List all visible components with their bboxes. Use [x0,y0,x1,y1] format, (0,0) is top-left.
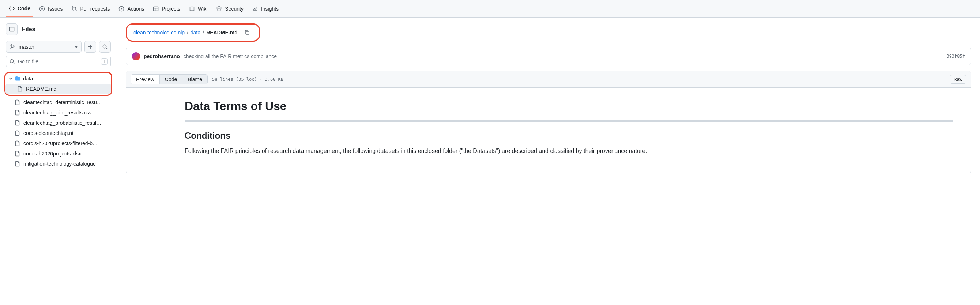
tree-file[interactable]: cleantechtag_probabilistic_resul… [3,118,114,128]
file-sidebar: Files master ▾ Go to file t [0,17,117,305]
tab-label: Issues [48,6,62,12]
breadcrumb-sep: / [203,30,204,35]
svg-rect-8 [10,27,14,32]
branch-select[interactable]: master ▾ [6,41,81,52]
repo-nav: Code Issues Pull requests Actions Projec… [0,0,980,17]
main-content: clean-technologies-nlp / data / README.m… [117,17,980,305]
latest-commit[interactable]: pedrohserrano checking all the FAIR metr… [126,48,971,65]
file-search-input[interactable]: Go to file t [6,56,111,67]
divider [185,120,953,122]
tree-file[interactable]: mitigation-technology-catalogue [3,159,114,169]
code-tab[interactable]: Code [159,75,182,84]
tree-file[interactable]: cordis-cleantechtag.nt [3,128,114,138]
kbd-hint: t [101,58,108,65]
tree-file[interactable]: cordis-h2020projects-filtered-b… [3,138,114,148]
file-label: cordis-h2020projects.xlsx [24,151,81,157]
file-icon [14,130,21,136]
file-icon [17,86,23,92]
svg-point-11 [14,45,15,46]
tab-label: Projects [162,6,180,12]
tab-issues[interactable]: Issues [36,0,65,17]
search-placeholder: Go to file [18,59,38,64]
file-label: cleantechtag_joint_results.csv [24,110,92,116]
svg-point-4 [75,10,77,11]
caret-down-icon: ▾ [75,44,78,50]
svg-rect-6 [154,6,158,11]
commit-sha[interactable]: 393f85f [947,54,965,59]
copy-path-button[interactable] [242,27,252,38]
tab-label: Security [225,6,243,12]
highlight-annotation: data README.md [5,71,112,96]
svg-point-10 [11,48,12,49]
svg-point-7 [219,8,220,9]
breadcrumb-highlight: clean-technologies-nlp / data / README.m… [126,24,260,42]
book-icon [189,6,195,12]
search-icon [102,44,108,50]
tab-label: Code [18,5,30,11]
branch-icon [10,44,16,50]
tab-actions[interactable]: Actions [116,0,147,17]
tree-file[interactable]: README.md [5,84,111,94]
raw-button[interactable]: Raw [950,75,966,84]
svg-point-9 [11,44,12,46]
search-button[interactable] [99,41,111,52]
breadcrumb-repo[interactable]: clean-technologies-nlp [134,30,185,35]
svg-point-12 [103,45,107,48]
chevron-down-icon [8,76,13,81]
file-icon [14,120,21,126]
readme-paragraph: Following the FAIR principles of researc… [185,147,953,156]
file-label: mitigation-technology-catalogue [24,161,96,167]
issue-icon [39,6,45,12]
preview-tab[interactable]: Preview [131,75,159,84]
tab-label: Pull requests [80,6,110,12]
view-toggle: Preview Code Blame [130,74,208,84]
copy-icon [244,30,250,35]
toggle-sidebar-button[interactable] [6,24,18,35]
tab-insights[interactable]: Insights [250,0,282,17]
tab-label: Insights [261,6,278,12]
breadcrumb-sep: / [187,30,188,35]
file-label: README.md [26,86,56,92]
panel-icon [9,26,14,32]
readme-h2: Conditions [185,130,953,141]
tab-pull-requests[interactable]: Pull requests [68,0,113,17]
commit-message[interactable]: checking all the FAIR metrics compliance [184,53,277,59]
file-label: cleantechtag_deterministic_resu… [24,100,102,105]
search-icon [9,59,15,64]
commit-author[interactable]: pedrohserrano [144,53,180,59]
tab-projects[interactable]: Projects [150,0,183,17]
tab-label: Actions [127,6,144,12]
avatar [132,52,140,60]
breadcrumb-file: README.md [206,30,238,35]
file-toolbar: Preview Code Blame 58 lines (35 loc) · 3… [126,71,971,88]
tab-code[interactable]: Code [6,0,33,17]
folder-icon [15,76,21,81]
graph-icon [252,6,258,12]
tab-label: Wiki [198,6,207,12]
svg-point-13 [10,60,14,63]
pr-icon [71,6,77,12]
readme-content: Data Terms of Use Conditions Following t… [126,88,971,173]
add-file-button[interactable] [84,41,96,52]
blame-tab[interactable]: Blame [182,75,207,84]
tree-folder-data[interactable]: data [5,73,111,84]
branch-name: master [19,44,34,50]
file-label: cordis-cleantechtag.nt [24,130,73,136]
folder-label: data [23,76,33,81]
code-icon [9,5,14,11]
svg-rect-14 [246,32,249,35]
breadcrumb-folder[interactable]: data [191,30,200,35]
play-icon [118,6,124,12]
tab-wiki[interactable]: Wiki [186,0,210,17]
file-view: Preview Code Blame 58 lines (35 loc) · 3… [126,71,971,173]
shield-icon [216,6,222,12]
file-label: cordis-h2020projects-filtered-b… [24,140,98,146]
tree-file[interactable]: cleantechtag_joint_results.csv [3,108,114,118]
file-icon [14,140,21,146]
svg-point-3 [72,10,74,11]
tree-file[interactable]: cleantechtag_deterministic_resu… [3,97,114,108]
tab-security[interactable]: Security [213,0,247,17]
table-icon [153,6,159,12]
tree-file[interactable]: cordis-h2020projects.xlsx [3,148,114,159]
file-label: cleantechtag_probabilistic_resul… [24,120,101,126]
